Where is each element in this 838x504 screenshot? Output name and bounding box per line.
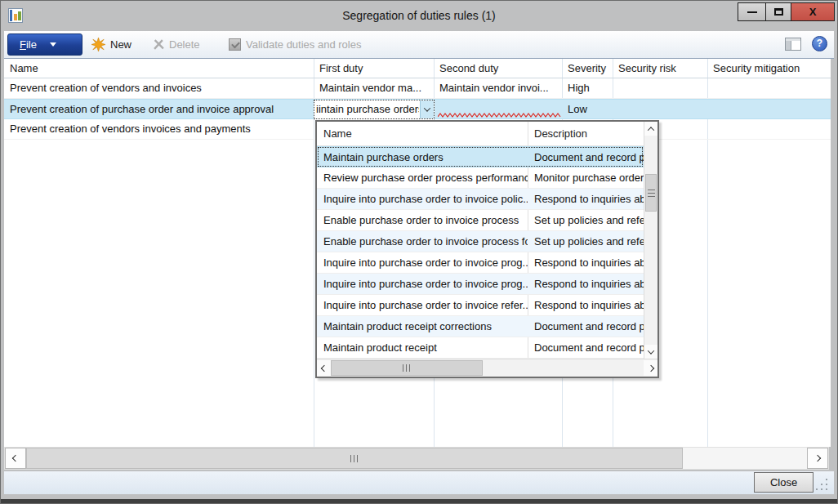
file-menu-label: F xyxy=(20,38,26,51)
dropdown-item-name[interactable]: Enable purchase order to invoice process xyxy=(317,210,528,231)
chevron-down-icon xyxy=(50,42,56,47)
cell-security-mitigation[interactable] xyxy=(707,119,831,140)
window-controls: X xyxy=(738,2,835,21)
validation-squiggle xyxy=(438,113,563,118)
dropdown-item-name[interactable]: Enable purchase order to invoice process… xyxy=(317,231,528,252)
vertical-scroll-thumb[interactable] xyxy=(645,174,657,212)
scroll-right-button[interactable] xyxy=(644,360,657,376)
dropdown-item-name[interactable]: Maintain purchase orders xyxy=(317,147,528,168)
cell-name[interactable]: Prevent creation of vendors invoices and… xyxy=(4,119,314,140)
horizontal-scroll-thumb[interactable] xyxy=(331,360,483,376)
cell-first-duty[interactable]: Maintain vendor ma... xyxy=(314,78,434,99)
dropdown-item-name[interactable]: Inquire into purchase order to invoice r… xyxy=(317,295,528,316)
file-menu-label-rest: ile xyxy=(26,38,37,51)
dropdown-item-name[interactable]: Maintain product receipt corrections xyxy=(317,316,528,337)
delete-button-label: Delete xyxy=(169,38,200,51)
dropdown-item-description[interactable]: Document and record pr xyxy=(528,337,644,359)
scroll-left-button[interactable] xyxy=(5,448,26,469)
scroll-down-button[interactable] xyxy=(644,345,657,359)
scroll-grip xyxy=(403,364,411,372)
cell-name[interactable]: Prevent creation of vendors and invoices xyxy=(4,78,314,99)
scroll-up-button[interactable] xyxy=(644,122,657,136)
dropdown-item[interactable]: Inquire into purchase order to invoice p… xyxy=(317,189,644,210)
first-duty-combobox[interactable]: iintain purchase orders xyxy=(314,100,435,119)
new-button-label: New xyxy=(110,38,131,51)
minimize-button[interactable] xyxy=(738,2,766,21)
grid-horizontal-scrollbar[interactable] xyxy=(4,447,829,470)
cell-security-risk[interactable] xyxy=(613,78,707,99)
dropdown-item[interactable]: Review purchase order process performanc… xyxy=(317,167,644,189)
table-row-selected[interactable]: Prevent creation of purchase order and i… xyxy=(4,99,831,119)
app-icon xyxy=(8,8,23,23)
maximize-button[interactable] xyxy=(766,2,791,21)
scroll-right-button[interactable] xyxy=(807,448,828,469)
validate-button-label: Validate duties and roles xyxy=(246,38,361,51)
dropdown-item-name[interactable]: Inquire into purchase order to invoice p… xyxy=(317,189,528,210)
combobox-dropdown-button[interactable] xyxy=(420,100,434,118)
app-icon-bar xyxy=(14,14,17,20)
dropdown-item-name[interactable]: Inquire into purchase order to invoice p… xyxy=(317,252,528,274)
dropdown-item-description[interactable]: Respond to inquiries abo xyxy=(528,295,644,316)
app-icon-bar xyxy=(10,10,12,21)
scroll-left-button[interactable] xyxy=(317,360,331,376)
dropdown-item[interactable]: Inquire into purchase order to invoice r… xyxy=(317,295,644,316)
resize-grip-icon[interactable] xyxy=(826,488,827,490)
dropdown-item-description[interactable]: Respond to inquiries abo xyxy=(528,274,644,295)
dropdown-item[interactable]: Enable purchase order to invoice process… xyxy=(317,231,644,252)
dropdown-item-description[interactable]: Respond to inquiries abo xyxy=(528,252,644,274)
column-header-first-duty[interactable]: First duty xyxy=(314,59,434,78)
chevron-down-icon xyxy=(424,105,430,111)
dropdown-column-description[interactable]: Description xyxy=(528,122,644,145)
chevron-right-icon xyxy=(647,364,653,371)
cell-name[interactable]: Prevent creation of purchase order and i… xyxy=(4,100,314,120)
layout-panes-icon[interactable] xyxy=(785,38,801,51)
dropdown-vertical-scrollbar[interactable] xyxy=(644,122,657,359)
help-icon[interactable]: ? xyxy=(812,36,827,51)
cell-security-mitigation[interactable] xyxy=(707,78,831,99)
dropdown-item-description[interactable]: Respond to inquiries abo xyxy=(528,189,644,210)
table-row[interactable]: Prevent creation of vendors and invoices… xyxy=(4,78,831,99)
chevron-right-icon xyxy=(814,455,821,462)
combobox-value[interactable]: iintain purchase orders xyxy=(316,100,419,118)
column-header-second-duty[interactable]: Second duty xyxy=(434,59,562,78)
dropdown-item-name[interactable]: Inquire into purchase order to invoice p… xyxy=(317,274,528,295)
dropdown-item[interactable]: Inquire into purchase order to invoice p… xyxy=(317,274,644,295)
dropdown-item[interactable]: Inquire into purchase order to invoice p… xyxy=(317,252,644,274)
cell-security-mitigation[interactable] xyxy=(707,100,831,120)
dropdown-item-description[interactable]: Set up policies and refere xyxy=(528,210,644,231)
scroll-grip xyxy=(350,455,359,462)
dropdown-item-selected[interactable]: Maintain purchase orders Document and re… xyxy=(317,146,644,167)
cell-severity[interactable]: Low xyxy=(562,100,613,120)
column-header-security-mitigation[interactable]: Security mitigation xyxy=(707,59,831,78)
dropdown-column-name[interactable]: Name xyxy=(317,122,528,145)
dropdown-item-name[interactable]: Maintain product receipt xyxy=(317,337,528,359)
duty-lookup-dropdown: Name Description Maintain purchase order… xyxy=(315,120,659,378)
maximize-icon xyxy=(774,8,783,16)
dropdown-item[interactable]: Enable purchase order to invoice process… xyxy=(317,210,644,231)
dropdown-item[interactable]: Maintain product receipt Document and re… xyxy=(317,337,644,359)
column-header-name[interactable]: Name xyxy=(4,59,314,78)
title-bar[interactable]: Segregation of duties rules (1) X xyxy=(1,1,837,31)
dropdown-item-name[interactable]: Review purchase order process performanc… xyxy=(317,167,528,189)
dropdown-item-description[interactable]: Set up policies and refere xyxy=(528,231,644,252)
dropdown-horizontal-scrollbar[interactable] xyxy=(317,359,657,377)
cell-severity[interactable]: High xyxy=(562,78,613,99)
minimize-icon xyxy=(747,11,757,13)
file-menu-button[interactable]: File xyxy=(7,33,82,56)
cell-second-duty[interactable]: Maintain vendor invoi... xyxy=(434,78,562,99)
dropdown-item-description[interactable]: Monitor purchase orders xyxy=(528,167,644,189)
chevron-left-icon xyxy=(12,455,19,462)
new-button[interactable]: New xyxy=(91,32,131,57)
close-button[interactable]: Close xyxy=(754,472,813,493)
column-header-security-risk[interactable]: Security risk xyxy=(613,59,707,78)
dropdown-item-description[interactable]: Document and record pr xyxy=(528,316,644,337)
toolbar: File New Delete Validate duties and role… xyxy=(4,31,834,59)
dropdown-item-description[interactable]: Document and record pu xyxy=(528,147,644,168)
horizontal-scroll-thumb[interactable] xyxy=(26,448,683,469)
delete-button[interactable]: Delete xyxy=(154,32,200,57)
validate-duties-button[interactable]: Validate duties and roles xyxy=(229,32,361,57)
cell-security-risk[interactable] xyxy=(613,100,707,120)
column-header-severity[interactable]: Severity xyxy=(562,59,613,78)
close-window-button[interactable]: X xyxy=(791,2,835,21)
dropdown-item[interactable]: Maintain product receipt corrections Doc… xyxy=(317,316,644,337)
